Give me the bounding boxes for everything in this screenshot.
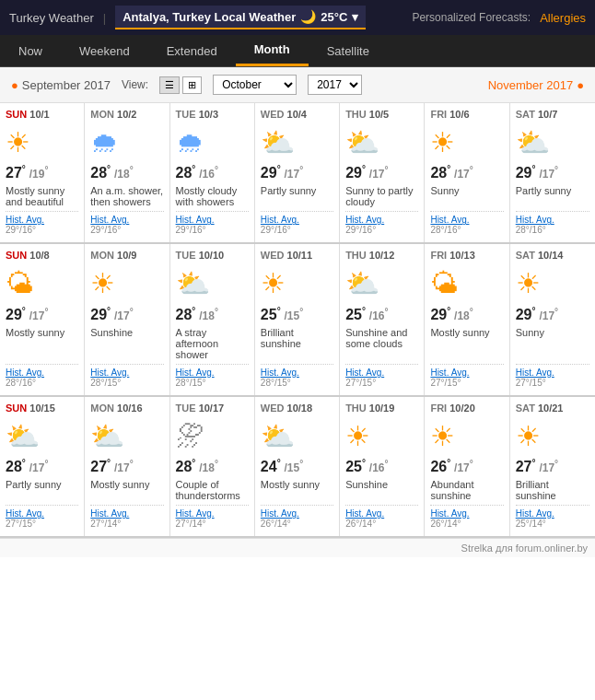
day-name: MON bbox=[90, 402, 114, 414]
year-select[interactable]: 201720162018 bbox=[308, 75, 362, 95]
day-cell-10-1[interactable]: SUN 10/1 ☀ 27° /19° Mostly sunny and bea… bbox=[0, 103, 85, 242]
hist-avg-link[interactable]: Hist. Avg. bbox=[430, 368, 469, 378]
low-temp: /16° bbox=[199, 168, 218, 181]
turkey-weather-link[interactable]: Turkey Weather bbox=[9, 11, 94, 25]
day-cell-10-7[interactable]: SAT 10/7 ⛅ 29° /17° Partly sunny Hist. A… bbox=[510, 103, 595, 242]
low-temp: /17° bbox=[369, 168, 389, 181]
day-name: FRI bbox=[430, 402, 447, 414]
hist-avg-link[interactable]: Hist. Avg. bbox=[261, 368, 299, 378]
day-cell-10-4[interactable]: WED 10/4 ⛅ 29° /17° Partly sunny Hist. A… bbox=[255, 103, 340, 242]
hist-avg-link[interactable]: Hist. Avg. bbox=[176, 508, 215, 519]
high-temp: 29° bbox=[516, 307, 536, 322]
next-month-link[interactable]: November 2017 ● bbox=[488, 78, 584, 92]
week-row-1: SUN 10/8 🌤 29° /17° Mostly sunny Hist. A… bbox=[0, 244, 595, 396]
day-date: 10/16 bbox=[117, 402, 143, 414]
hist-avg-link[interactable]: Hist. Avg. bbox=[6, 508, 44, 519]
hist-avg-link[interactable]: Hist. Avg. bbox=[516, 368, 554, 378]
allergies-link[interactable]: Allergies bbox=[540, 11, 586, 25]
day-cell-10-5[interactable]: THU 10/5 ⛅ 29° /17° Sunny to partly clou… bbox=[340, 103, 425, 242]
low-temp: /17° bbox=[539, 309, 558, 322]
hist-avg-link[interactable]: Hist. Avg. bbox=[6, 368, 44, 378]
hist-avg-link[interactable]: Hist. Avg. bbox=[176, 215, 215, 225]
day-cell-10-19[interactable]: THU 10/19 ☀ 25° /16° Sunshine Hist. Avg.… bbox=[340, 397, 425, 536]
high-temp: 29° bbox=[516, 165, 536, 181]
day-cell-10-9[interactable]: MON 10/9 ☀ 29° /17° Sunshine Hist. Avg. … bbox=[85, 244, 169, 394]
hist-avg-link[interactable]: Hist. Avg. bbox=[90, 215, 129, 225]
day-header: THU 10/12 bbox=[345, 250, 418, 261]
month-select[interactable]: October JanuaryFebruaryMarch AprilMayJun… bbox=[213, 75, 297, 95]
low-temp: /17° bbox=[454, 461, 473, 474]
tab-extended[interactable]: Extended bbox=[148, 35, 236, 66]
hist-avg-link[interactable]: Hist. Avg. bbox=[261, 508, 299, 519]
day-cell-10-10[interactable]: TUE 10/10 ⛅ 28° /18° A stray afternoon s… bbox=[170, 244, 255, 394]
hist-avg-link[interactable]: Hist. Avg. bbox=[90, 508, 129, 519]
hist-avg-link[interactable]: Hist. Avg. bbox=[430, 508, 469, 519]
prev-month-link[interactable]: ● September 2017 bbox=[11, 78, 111, 92]
hist-avg: Hist. Avg. 26°/14° bbox=[430, 505, 503, 529]
hist-avg: Hist. Avg. 27°/14° bbox=[90, 505, 163, 529]
tab-now[interactable]: Now bbox=[0, 35, 61, 66]
day-date: 10/19 bbox=[369, 402, 395, 414]
hist-avg-link[interactable]: Hist. Avg. bbox=[176, 368, 215, 378]
hist-avg: Hist. Avg. 27°/14° bbox=[176, 505, 249, 529]
high-temp: 28° bbox=[430, 165, 450, 181]
low-temp: /16° bbox=[369, 309, 389, 322]
day-cell-10-8[interactable]: SUN 10/8 🌤 29° /17° Mostly sunny Hist. A… bbox=[0, 244, 85, 394]
hist-avg-link[interactable]: Hist. Avg. bbox=[345, 368, 384, 378]
list-view-button[interactable]: ☰ bbox=[159, 76, 180, 94]
tab-month[interactable]: Month bbox=[236, 35, 309, 66]
week-row-2: SUN 10/15 ⛅ 28° /17° Partly sunny Hist. … bbox=[0, 397, 595, 538]
hist-avg-link[interactable]: Hist. Avg. bbox=[90, 368, 129, 378]
day-header: SAT 10/14 bbox=[516, 250, 589, 261]
hist-avg-link[interactable]: Hist. Avg. bbox=[516, 215, 554, 225]
hist-avg: Hist. Avg. 26°/14° bbox=[261, 505, 333, 529]
day-name: MON bbox=[90, 250, 114, 261]
day-date: 10/21 bbox=[538, 402, 564, 414]
day-cell-10-21[interactable]: SAT 10/21 ☀ 27° /17° Brilliant sunshine … bbox=[510, 397, 595, 536]
day-name: WED bbox=[261, 109, 285, 120]
hist-avg-link[interactable]: Hist. Avg. bbox=[345, 508, 384, 519]
weather-icon: ⛅ bbox=[90, 423, 163, 450]
day-date: 10/12 bbox=[369, 250, 395, 261]
hist-avg: Hist. Avg. 28°/15° bbox=[176, 364, 249, 388]
day-cell-10-13[interactable]: FRI 10/13 🌤 29° /18° Mostly sunny Hist. … bbox=[425, 244, 509, 394]
day-cell-10-16[interactable]: MON 10/16 ⛅ 27° /17° Mostly sunny Hist. … bbox=[85, 397, 169, 536]
right-arrow-icon: ● bbox=[577, 78, 584, 92]
day-cell-10-6[interactable]: FRI 10/6 ☀ 28° /17° Sunny Hist. Avg. 28°… bbox=[425, 103, 509, 242]
hist-avg-value: 29°/16° bbox=[345, 225, 376, 235]
high-temp: 29° bbox=[261, 165, 281, 181]
hist-avg-value: 27°/15° bbox=[345, 378, 376, 388]
day-cell-10-20[interactable]: FRI 10/20 ☀ 26° /17° Abundant sunshine H… bbox=[425, 397, 509, 536]
hist-avg-link[interactable]: Hist. Avg. bbox=[516, 508, 554, 519]
hist-avg: Hist. Avg. 28°/15° bbox=[261, 364, 333, 388]
hist-avg-link[interactable]: Hist. Avg. bbox=[345, 215, 384, 225]
low-temp: /18° bbox=[199, 461, 218, 474]
day-cell-10-14[interactable]: SAT 10/14 ☀ 29° /17° Sunny Hist. Avg. 27… bbox=[510, 244, 595, 394]
high-temp: 27° bbox=[90, 459, 111, 474]
high-temp: 29° bbox=[345, 165, 366, 181]
hist-avg-link[interactable]: Hist. Avg. bbox=[6, 215, 44, 225]
day-cell-10-3[interactable]: TUE 10/3 🌧 28° /16° Mostly cloudy with s… bbox=[170, 103, 255, 242]
personalized-forecasts-label: Personalized Forecasts: bbox=[412, 11, 531, 24]
condition: Sunshine and some clouds bbox=[345, 327, 418, 360]
low-temp: /17° bbox=[454, 168, 473, 181]
temperatures: 29° /18° bbox=[430, 305, 503, 322]
day-cell-10-17[interactable]: TUE 10/17 ⛈ 28° /18° Couple of thunderst… bbox=[170, 397, 255, 536]
hist-avg-link[interactable]: Hist. Avg. bbox=[261, 215, 299, 225]
hist-avg-link[interactable]: Hist. Avg. bbox=[430, 215, 469, 225]
tab-weekend[interactable]: Weekend bbox=[61, 35, 148, 66]
day-cell-10-15[interactable]: SUN 10/15 ⛅ 28° /17° Partly sunny Hist. … bbox=[0, 397, 85, 536]
temperatures: 28° /18° bbox=[176, 305, 249, 322]
condition: Abundant sunshine bbox=[430, 479, 503, 501]
day-cell-10-18[interactable]: WED 10/18 ⛅ 24° /15° Mostly sunny Hist. … bbox=[255, 397, 340, 536]
grid-view-button[interactable]: ⊞ bbox=[182, 76, 202, 94]
antalya-weather-tab[interactable]: Antalya, Turkey Local Weather 🌙 25°C ▾ bbox=[115, 6, 366, 29]
day-cell-10-11[interactable]: WED 10/11 ☀ 25° /15° Brilliant sunshine … bbox=[255, 244, 340, 394]
tab-satellite[interactable]: Satellite bbox=[309, 35, 388, 66]
day-header: FRI 10/20 bbox=[430, 402, 503, 414]
day-header: SUN 10/1 bbox=[6, 109, 78, 120]
day-cell-10-2[interactable]: MON 10/2 🌧 28° /18° An a.m. shower, then… bbox=[85, 103, 169, 242]
weather-icon: ⛅ bbox=[261, 423, 333, 450]
day-cell-10-12[interactable]: THU 10/12 ⛅ 25° /16° Sunshine and some c… bbox=[340, 244, 425, 394]
condition: An a.m. shower, then showers bbox=[90, 185, 163, 207]
